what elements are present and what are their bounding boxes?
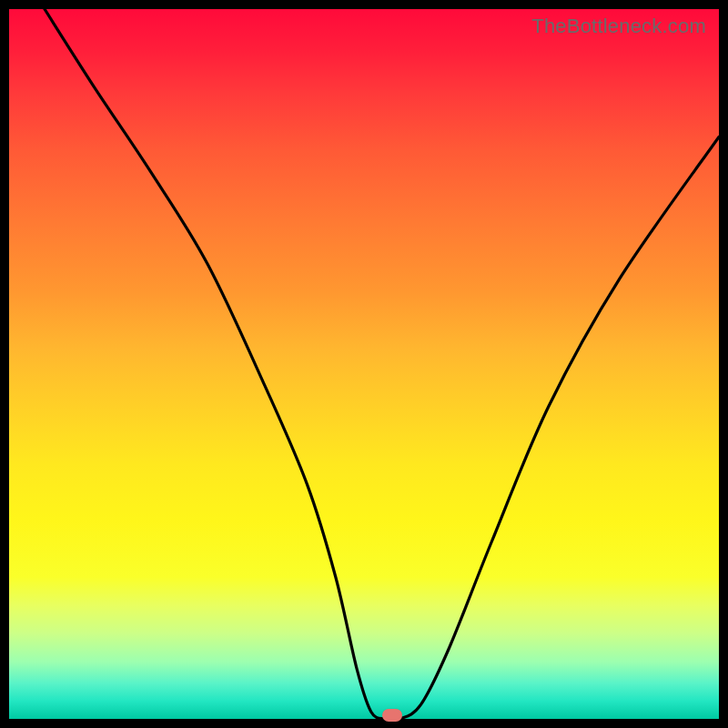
bottleneck-curve bbox=[9, 9, 719, 719]
optimal-point-marker bbox=[382, 709, 402, 722]
chart-plot-area: TheBottleneck.com bbox=[9, 9, 719, 719]
chart-frame: TheBottleneck.com bbox=[0, 0, 728, 728]
curve-path bbox=[45, 9, 719, 719]
